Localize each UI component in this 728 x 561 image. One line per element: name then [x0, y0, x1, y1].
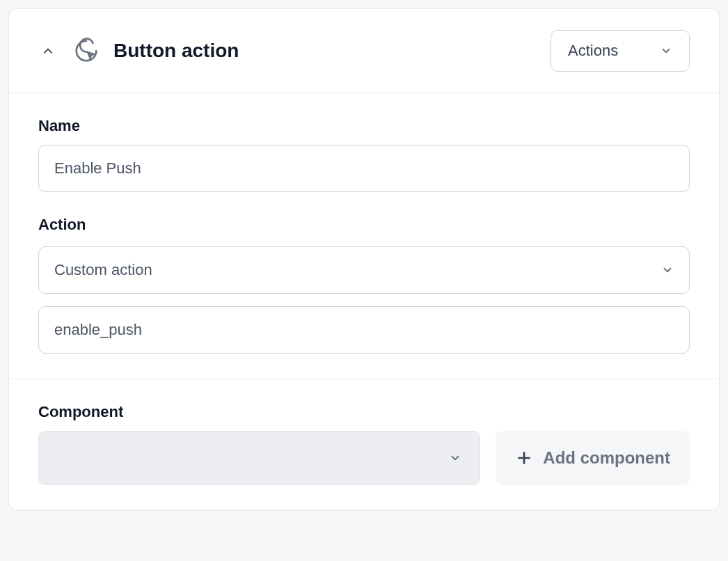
add-component-label: Add component [543, 448, 670, 468]
card-header: Button action Actions [9, 9, 719, 93]
actions-dropdown-label: Actions [568, 42, 618, 60]
action-field: Action Custom action [38, 216, 690, 354]
component-select[interactable] [38, 431, 480, 485]
chevron-down-icon [661, 264, 674, 276]
component-label: Component [38, 403, 690, 421]
header-left: Button action [38, 38, 239, 64]
component-section: Component Add component [9, 379, 719, 510]
name-field: Name [38, 117, 690, 192]
header-title-group: Button action [73, 38, 239, 64]
name-label: Name [38, 117, 690, 135]
collapse-toggle[interactable] [38, 41, 58, 61]
form-section: Name Action Custom action [9, 93, 719, 379]
component-field: Component Add component [38, 403, 690, 485]
action-select[interactable]: Custom action [38, 246, 690, 294]
add-component-button[interactable]: Add component [496, 431, 690, 485]
chevron-down-icon [660, 45, 672, 57]
card-title: Button action [113, 40, 239, 62]
button-action-card: Button action Actions Name Action Custom… [8, 8, 720, 511]
actions-dropdown[interactable]: Actions [551, 30, 690, 72]
custom-action-input[interactable] [38, 306, 690, 354]
chevron-up-icon [41, 44, 55, 58]
component-row: Add component [38, 431, 690, 485]
name-input[interactable] [38, 145, 690, 192]
cursor-click-icon [73, 38, 100, 64]
plus-icon [515, 449, 533, 467]
chevron-down-icon [449, 452, 461, 464]
action-select-value: Custom action [54, 261, 152, 279]
action-label: Action [38, 216, 690, 234]
